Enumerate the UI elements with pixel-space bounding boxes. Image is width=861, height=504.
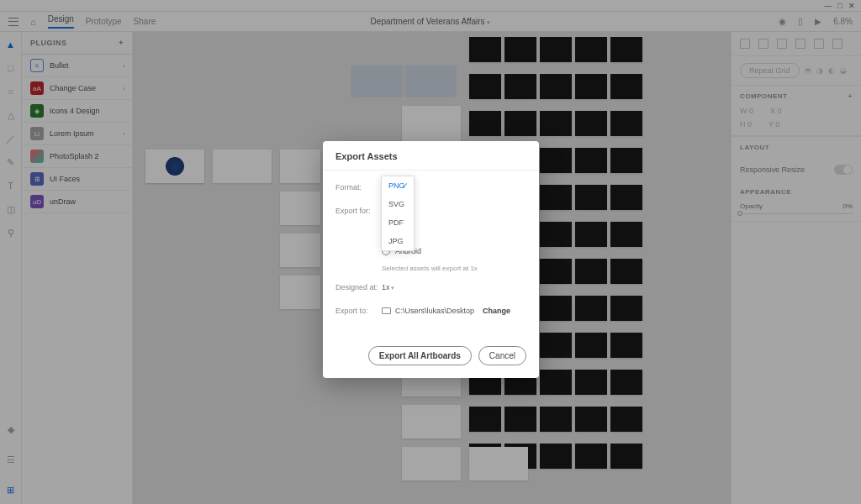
designedat-select[interactable]: 1x (382, 283, 394, 291)
change-path-button[interactable]: Change (483, 307, 510, 315)
export-note: Selected assets will export at 1x (382, 265, 526, 272)
format-option-jpg[interactable]: JPG (382, 232, 414, 250)
export-all-button[interactable]: Export All Artboards (368, 346, 472, 365)
exportto-label: Export to: (335, 307, 382, 315)
format-option-pdf[interactable]: PDF (382, 213, 414, 232)
designedat-label: Designed at: (335, 283, 382, 291)
format-dropdown: PNG SVG PDF JPG (381, 176, 415, 251)
format-option-png[interactable]: PNG (382, 176, 414, 195)
dialog-title: Export Assets (323, 141, 539, 171)
format-option-svg[interactable]: SVG (382, 195, 414, 213)
cancel-button[interactable]: Cancel (478, 346, 526, 365)
folder-icon (382, 307, 391, 314)
format-label: Format: (335, 183, 382, 192)
export-assets-dialog: Export Assets Format: Export for: Androi… (323, 141, 539, 378)
exportfor-label: Export for: (335, 207, 382, 215)
export-path: C:\Users\lukas\Desktop (395, 307, 474, 315)
